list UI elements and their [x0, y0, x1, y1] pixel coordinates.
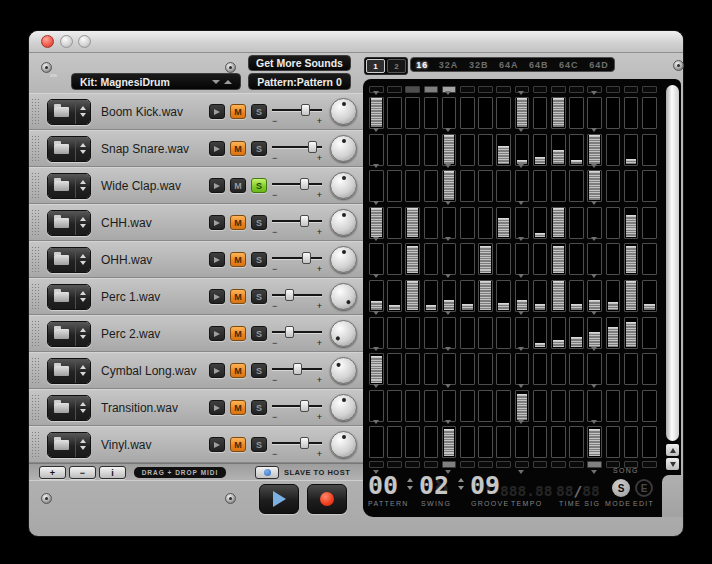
step-cell[interactable]: [587, 426, 602, 458]
step-cell[interactable]: [606, 390, 621, 422]
pattern-length-64C[interactable]: 64C: [559, 60, 579, 70]
step-cell[interactable]: [587, 170, 602, 202]
step-cell[interactable]: [587, 390, 602, 422]
preview-button[interactable]: [209, 289, 225, 304]
step-cell[interactable]: [460, 353, 475, 385]
preview-button[interactable]: [209, 215, 225, 230]
drag-grip[interactable]: [31, 246, 40, 274]
step-cell[interactable]: [478, 280, 493, 312]
kit-select[interactable]: Kit: MagnesiDrum: [71, 73, 241, 90]
step-cell[interactable]: [496, 317, 511, 349]
step-cell[interactable]: [642, 317, 657, 349]
step-cell[interactable]: [442, 353, 457, 385]
step-cell[interactable]: [387, 317, 402, 349]
slider-thumb[interactable]: [308, 141, 317, 153]
step-cell[interactable]: [442, 243, 457, 275]
step-cell[interactable]: [369, 353, 384, 385]
step-cell[interactable]: [405, 243, 420, 275]
step-cell[interactable]: [569, 207, 584, 239]
drag-grip[interactable]: [31, 283, 40, 311]
add-track-button[interactable]: +: [39, 466, 66, 479]
step-cell[interactable]: [569, 280, 584, 312]
step-cell[interactable]: [551, 243, 566, 275]
pattern-page-1[interactable]: 1: [366, 59, 385, 73]
mute-button[interactable]: M: [230, 178, 246, 193]
step-cell[interactable]: [424, 390, 439, 422]
drag-grip[interactable]: [31, 394, 40, 422]
step-cell[interactable]: [424, 353, 439, 385]
step-cell[interactable]: [606, 97, 621, 129]
step-cell[interactable]: [442, 97, 457, 129]
get-more-sounds-button[interactable]: Get More Sounds: [248, 55, 351, 71]
step-cell[interactable]: [551, 170, 566, 202]
remove-track-button[interactable]: −: [69, 466, 96, 479]
solo-button[interactable]: S: [251, 437, 267, 452]
info-button[interactable]: i: [99, 466, 126, 479]
pattern-length-64A[interactable]: 64A: [499, 60, 519, 70]
step-cell[interactable]: [387, 390, 402, 422]
step-cell[interactable]: [642, 243, 657, 275]
pan-knob[interactable]: [330, 172, 357, 199]
step-cell[interactable]: [587, 134, 602, 166]
step-cell[interactable]: [387, 243, 402, 275]
preview-button[interactable]: [209, 363, 225, 378]
step-cell[interactable]: [533, 426, 548, 458]
step-cell[interactable]: [606, 317, 621, 349]
step-cell[interactable]: [515, 97, 530, 129]
pan-knob[interactable]: [330, 209, 357, 236]
step-cell[interactable]: [387, 353, 402, 385]
step-cell[interactable]: [533, 317, 548, 349]
step-cell[interactable]: [515, 280, 530, 312]
solo-button[interactable]: S: [251, 141, 267, 156]
level-slider[interactable]: −+: [272, 247, 322, 273]
level-slider[interactable]: −+: [272, 395, 322, 421]
step-cell[interactable]: [642, 207, 657, 239]
step-cell[interactable]: [569, 170, 584, 202]
step-cell[interactable]: [515, 170, 530, 202]
sample-stepper[interactable]: [75, 211, 90, 235]
slider-thumb[interactable]: [300, 178, 309, 190]
step-cell[interactable]: [533, 280, 548, 312]
step-cell[interactable]: [533, 207, 548, 239]
step-cell[interactable]: [405, 170, 420, 202]
step-cell[interactable]: [515, 426, 530, 458]
step-cell[interactable]: [478, 353, 493, 385]
close-button[interactable]: [41, 35, 54, 48]
mute-button[interactable]: M: [230, 215, 246, 230]
pattern-stepper[interactable]: [407, 478, 413, 490]
level-slider[interactable]: −+: [272, 284, 322, 310]
pattern-length-32B[interactable]: 32B: [469, 60, 489, 70]
step-cell[interactable]: [642, 134, 657, 166]
sample-stepper[interactable]: [75, 248, 90, 272]
step-cell[interactable]: [460, 97, 475, 129]
step-cell[interactable]: [405, 280, 420, 312]
pan-knob[interactable]: [330, 246, 357, 273]
pan-knob[interactable]: [330, 394, 357, 421]
slider-thumb[interactable]: [302, 252, 311, 264]
step-cell[interactable]: [405, 353, 420, 385]
step-cell[interactable]: [442, 170, 457, 202]
level-slider[interactable]: −+: [272, 136, 322, 162]
mute-button[interactable]: M: [230, 289, 246, 304]
drag-grip[interactable]: [31, 357, 40, 385]
mute-button[interactable]: M: [230, 141, 246, 156]
step-cell[interactable]: [587, 97, 602, 129]
step-cell[interactable]: [587, 243, 602, 275]
folder-button[interactable]: [48, 248, 75, 272]
folder-button[interactable]: [48, 174, 75, 198]
step-cell[interactable]: [387, 426, 402, 458]
scrollbar-thumb[interactable]: [666, 85, 679, 441]
slider-thumb[interactable]: [300, 215, 309, 227]
folder-button[interactable]: [48, 285, 75, 309]
record-button[interactable]: [307, 484, 347, 514]
step-cell[interactable]: [587, 207, 602, 239]
drag-drop-midi-badge[interactable]: DRAG + DROP MIDI: [134, 467, 226, 478]
step-cell[interactable]: [606, 207, 621, 239]
step-cell[interactable]: [551, 134, 566, 166]
step-cell[interactable]: [496, 390, 511, 422]
mute-button[interactable]: M: [230, 252, 246, 267]
folder-button[interactable]: [48, 211, 75, 235]
folder-button[interactable]: [48, 137, 75, 161]
level-slider[interactable]: −+: [272, 99, 322, 125]
step-cell[interactable]: [533, 243, 548, 275]
